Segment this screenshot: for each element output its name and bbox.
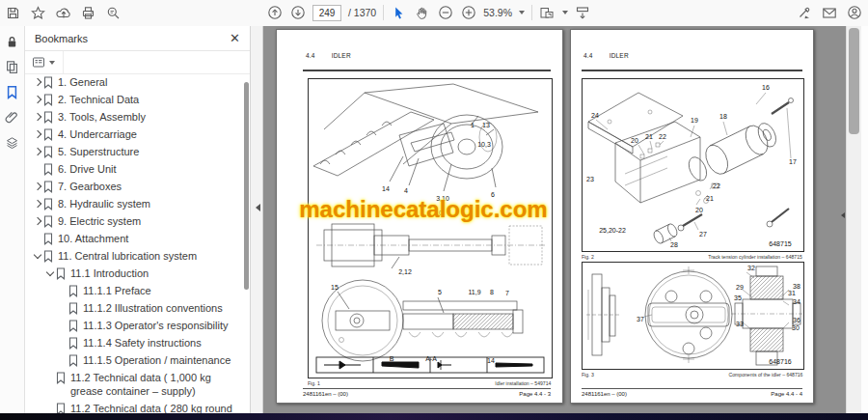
page-footer-right: Page 4.4 - 4	[771, 391, 802, 397]
figure-3: 32293831343536303337648716	[582, 262, 804, 370]
part-number-label: 21	[706, 195, 714, 202]
bookmark-item[interactable]: 4. Undercarriage	[25, 126, 242, 143]
zoom-in-icon[interactable]	[460, 5, 476, 21]
fill-and-sign-pen-icon[interactable]	[796, 5, 812, 21]
save-icon[interactable]	[5, 5, 21, 21]
bookmark-expander[interactable]	[56, 284, 68, 297]
options-caret-icon[interactable]	[49, 61, 55, 68]
figure-2-caption-ref: Track tension cylinder installation – 64…	[708, 255, 802, 260]
bookmark-label: 11.1.4 Safety instructions	[83, 336, 202, 350]
search-icon[interactable]	[105, 5, 122, 21]
bookmark-expander[interactable]	[43, 371, 56, 384]
bookmark-item[interactable]: 11.1.2 Illustration conventions	[25, 299, 242, 317]
layers-icon[interactable]	[5, 134, 20, 150]
bookmark-item[interactable]: 7. Gearboxes	[25, 178, 242, 195]
right-panel-collapse-arrow-icon[interactable]	[838, 212, 845, 218]
part-number-label: 18	[719, 113, 727, 120]
bookmark-label: 11.1.5 Operation / maintenance	[83, 353, 231, 367]
footer-rule	[582, 388, 802, 389]
bookmark-label: 4. Undercarriage	[58, 127, 137, 141]
bookmarks-scrollbar-thumb[interactable]	[244, 82, 249, 290]
fit-page-icon[interactable]	[539, 5, 556, 21]
print-icon[interactable]	[80, 5, 96, 21]
zoom-dropdown-caret-icon[interactable]	[519, 11, 525, 17]
page-number-input[interactable]	[312, 5, 341, 21]
bookmark-item[interactable]: 9. Electric system	[25, 212, 242, 230]
part-number-label: 648716	[769, 358, 791, 365]
page-scrolling-icon[interactable]	[575, 5, 591, 21]
part-number-label: 30	[792, 324, 800, 331]
bookmark-label: 5. Superstructure	[58, 145, 139, 158]
bookmark-item[interactable]: 2. Technical Data	[25, 91, 242, 108]
bookmark-expander[interactable]	[31, 180, 43, 193]
select-cursor-icon[interactable]	[391, 5, 407, 21]
bookmark-label: 11.1 Introduction	[70, 266, 149, 280]
bookmarks-panel-icon[interactable]	[5, 84, 20, 99]
collapse-panel-arrow-icon[interactable]	[252, 204, 260, 211]
zoom-level-value[interactable]: 53.9%	[483, 7, 512, 18]
bookmark-expander[interactable]	[56, 353, 68, 367]
attachments-icon[interactable]	[5, 109, 20, 125]
bookmark-icon	[68, 353, 79, 367]
bookmark-expander[interactable]	[31, 197, 43, 210]
account-icon[interactable]	[846, 5, 862, 21]
document-scrollbar-thumb[interactable]	[849, 28, 859, 134]
previous-page-icon[interactable]	[266, 5, 283, 21]
bookmark-item[interactable]: 11.1.4 Safety instructions	[25, 334, 242, 351]
bookmark-expander[interactable]	[56, 319, 68, 332]
bookmark-expander[interactable]	[31, 127, 43, 141]
bookmark-expander[interactable]	[56, 301, 68, 315]
toolbar-separator	[531, 5, 532, 20]
bookmark-expander[interactable]	[56, 336, 68, 350]
zoom-out-icon[interactable]	[437, 5, 453, 21]
document-scrollbar[interactable]	[846, 26, 861, 413]
page-thumbnails-icon[interactable]	[5, 59, 20, 74]
bookmark-item[interactable]: 3. Tools, Assembly	[25, 108, 242, 126]
email-icon[interactable]	[821, 5, 837, 21]
bookmark-expander[interactable]	[31, 93, 43, 106]
bookmark-item[interactable]: 11.2 Technical data ( 280 kg round conta…	[25, 400, 242, 413]
bookmarks-panel-header: Bookmarks ✕	[25, 26, 250, 51]
bookmark-expander[interactable]	[31, 249, 43, 263]
bookmark-item[interactable]: 11.2 Technical data ( 1,000 kg grease co…	[25, 369, 242, 400]
bookmark-icon	[68, 284, 79, 297]
share-upload-icon[interactable]	[55, 5, 71, 21]
bookmark-options-icon[interactable]	[32, 56, 46, 69]
part-number-label: 37	[637, 316, 644, 322]
bookmark-expander[interactable]	[43, 266, 56, 280]
favorite-star-icon[interactable]	[30, 5, 46, 21]
part-number-label: 14	[487, 357, 495, 364]
hand-tool-icon[interactable]	[414, 5, 430, 21]
toolbar-center-group: / 1370 53.9%	[266, 0, 591, 25]
pdf-page-right: 4.4IDLER	[570, 29, 814, 404]
bookmark-item[interactable]: 10. Attachment	[25, 230, 242, 247]
page-total-label: / 1370	[348, 7, 376, 18]
close-panel-icon[interactable]: ✕	[230, 32, 240, 44]
bookmark-expander[interactable]	[31, 232, 43, 245]
bookmark-item[interactable]: 11.1.5 Operation / maintenance	[25, 351, 242, 369]
next-page-icon[interactable]	[289, 5, 306, 21]
bookmark-item[interactable]: 8. Hydraulic system	[25, 195, 242, 212]
bookmark-expander[interactable]	[31, 110, 43, 124]
bookmark-icon	[56, 266, 67, 280]
bookmark-expander[interactable]	[31, 75, 43, 89]
bookmark-item[interactable]: 11.1.3 Operator's responsibility	[25, 317, 242, 334]
lock-icon[interactable]	[5, 34, 20, 49]
bookmark-item[interactable]: 1. General	[25, 73, 242, 91]
bookmark-item[interactable]: 6. Drive Unit	[25, 160, 242, 178]
part-number-label: 20	[631, 137, 638, 144]
bookmark-expander[interactable]	[31, 214, 43, 228]
bookmark-expander[interactable]	[43, 402, 56, 413]
bookmark-item[interactable]: 5. Superstructure	[25, 143, 242, 160]
part-number-label: 4	[404, 187, 408, 194]
fit-dropdown-caret-icon[interactable]	[562, 11, 568, 17]
page-section-header: 4.4IDLER	[583, 52, 629, 59]
bookmark-expander[interactable]	[31, 145, 43, 158]
bookmark-expander[interactable]	[31, 162, 43, 176]
bookmarks-panel-title: Bookmarks	[35, 33, 230, 44]
bookmark-item[interactable]: 11.1 Introduction	[25, 265, 242, 282]
bookmark-item[interactable]: 11. Central lubrication system	[25, 247, 242, 265]
bookmark-item[interactable]: 11.1.1 Preface	[25, 282, 242, 299]
panel-collapse-strip[interactable]	[251, 26, 263, 413]
bookmarks-options-row	[25, 51, 250, 74]
